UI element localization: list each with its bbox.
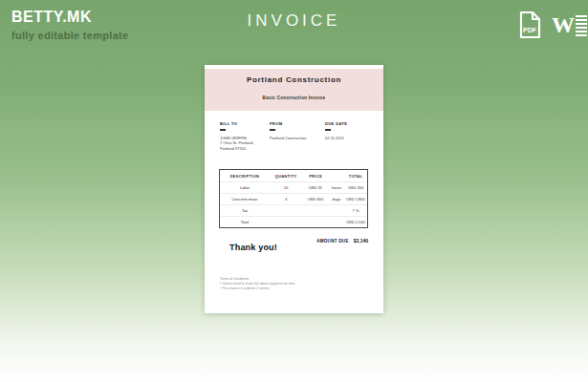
row-price: USD 35 — [302, 185, 329, 190]
bill-to-label: BILL TO — [220, 121, 254, 126]
from-label: FROM — [270, 121, 306, 126]
row-total: 7 % — [344, 208, 367, 213]
row-unit: hours — [329, 185, 344, 190]
invoice-subtitle: Basic Construction Invoice — [205, 96, 383, 100]
amount-due-value: $2,140 — [354, 238, 368, 244]
due-date-label: DUE DATE — [325, 121, 347, 126]
from-divider — [270, 129, 275, 131]
from-section: FROM Portland Construction — [270, 121, 306, 140]
row-quantity: 3 — [270, 197, 302, 202]
invoice-company-name: Portland Construction — [205, 75, 383, 84]
from-value: Portland Construction — [270, 136, 306, 141]
page-title: INVOICE — [0, 11, 588, 31]
terms-item: This invoice is valid for 2 weeks. — [220, 286, 295, 291]
bill-to-section: BILL TO JOHN GRIFFIN 7 Olive St. Portlan… — [220, 121, 254, 151]
row-quantity: 10 — [270, 185, 302, 190]
svg-text:PDF: PDF — [523, 27, 537, 33]
header-total: TOTAL — [344, 174, 367, 179]
row-description: Labor — [220, 185, 270, 190]
bill-to-divider — [220, 129, 226, 131]
invoice-preview: Portland Construction Basic Construction… — [205, 65, 383, 313]
word-download-icon[interactable]: W — [552, 10, 580, 40]
table-row-tax: Tax 7 % — [220, 204, 367, 216]
row-unit: bags — [329, 197, 344, 202]
header-description: DESCRIPTION — [220, 174, 270, 179]
amount-due: AMOUNT DUE $2,140 — [316, 238, 368, 244]
table-row: Labor 10 USD 35 hours USD 350 — [220, 181, 367, 193]
row-total: USD 2,140 — [344, 220, 367, 224]
terms-section: Terms & Conditions Clients need to make … — [220, 277, 295, 291]
header-price: PRICE — [302, 174, 329, 179]
row-total: USD 1,800 — [344, 197, 367, 202]
row-description: Total — [220, 220, 270, 224]
brand-tagline: fully editable template — [11, 30, 128, 41]
table-header-row: DESCRIPTION QUANTITY PRICE TOTAL — [220, 170, 367, 181]
amount-due-label: AMOUNT DUE — [316, 239, 349, 244]
pdf-file-icon: PDF — [515, 10, 544, 40]
row-description: Tax — [220, 208, 270, 213]
download-icons: PDF W — [515, 10, 580, 40]
items-table: DESCRIPTION QUANTITY PRICE TOTAL Labor 1… — [219, 169, 368, 228]
due-date-value: 02 20 2021 — [325, 136, 347, 141]
bill-to-city: Portland 97201 — [220, 146, 254, 152]
row-description: Concrete mixer — [220, 197, 270, 202]
table-row: Concrete mixer 3 USD 600 bags USD 1,800 — [220, 193, 367, 204]
table-row-total: Total USD 2,140 — [220, 216, 367, 227]
row-total: USD 350 — [344, 185, 367, 190]
header-quantity: QUANTITY — [270, 174, 302, 179]
pdf-download-icon[interactable]: PDF — [515, 10, 544, 40]
due-date-divider — [325, 129, 331, 131]
word-w-glyph: W — [552, 11, 575, 39]
word-page-lines — [576, 13, 587, 36]
due-date-section: DUE DATE 02 20 2021 — [325, 121, 347, 140]
row-price: USD 600 — [302, 197, 329, 202]
bill-to-street: 7 Olive St. Portland, — [220, 140, 254, 146]
thank-you-note: Thank you! — [229, 243, 277, 252]
